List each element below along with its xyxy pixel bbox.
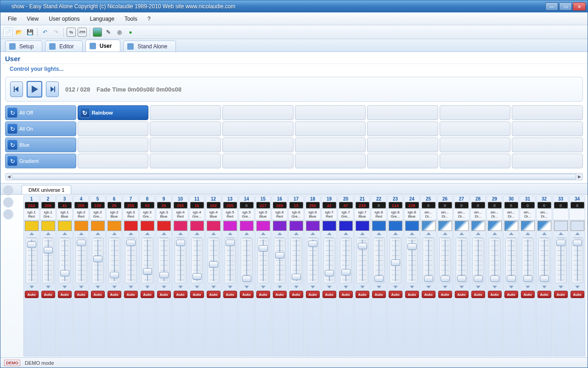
- value-down-icon[interactable]: [46, 286, 51, 288]
- menu-view[interactable]: View: [22, 14, 43, 24]
- menu-file[interactable]: File: [3, 14, 21, 24]
- value-down-icon[interactable]: [509, 286, 514, 288]
- 255-icon[interactable]: 255: [78, 28, 87, 37]
- fader-knob[interactable]: [126, 240, 136, 246]
- color-swatch[interactable]: [74, 221, 88, 231]
- color-swatch[interactable]: [405, 221, 419, 231]
- fader-knob[interactable]: [523, 276, 532, 282]
- value-up-icon[interactable]: [195, 232, 199, 235]
- percent-icon[interactable]: %: [67, 28, 76, 37]
- value-up-icon[interactable]: [178, 232, 183, 235]
- value-down-icon[interactable]: [344, 286, 348, 288]
- scene-empty[interactable]: [367, 138, 438, 152]
- scene-empty[interactable]: [512, 121, 583, 136]
- value-down-icon[interactable]: [443, 286, 447, 288]
- fader-knob[interactable]: [259, 245, 268, 252]
- fader-knob[interactable]: [391, 259, 400, 266]
- auto-button[interactable]: Auto: [223, 291, 237, 298]
- fader[interactable]: [522, 237, 534, 283]
- fader[interactable]: [406, 237, 418, 283]
- fader[interactable]: [538, 237, 550, 283]
- auto-button[interactable]: Auto: [438, 291, 452, 298]
- scene-empty[interactable]: [222, 138, 294, 152]
- color-swatch[interactable]: [41, 221, 55, 231]
- color-swatch[interactable]: [521, 221, 535, 231]
- scene-blue[interactable]: ↻Blue: [5, 138, 76, 152]
- dmx-universe-tab[interactable]: DMX universe 1: [22, 185, 71, 194]
- value-down-icon[interactable]: [542, 286, 547, 288]
- tab-stand-alone[interactable]: Stand Alone: [123, 40, 176, 52]
- value-down-icon[interactable]: [228, 286, 232, 288]
- fader[interactable]: [75, 237, 87, 283]
- value-down-icon[interactable]: [311, 286, 315, 288]
- auto-button[interactable]: Auto: [41, 291, 55, 298]
- fader-knob[interactable]: [242, 276, 251, 282]
- auto-button[interactable]: Auto: [190, 291, 204, 298]
- value-up-icon[interactable]: [79, 232, 84, 235]
- fader-knob[interactable]: [44, 247, 53, 253]
- new-icon[interactable]: 📄: [3, 28, 12, 37]
- fader-knob[interactable]: [60, 270, 69, 276]
- auto-button[interactable]: Auto: [91, 291, 105, 298]
- fader-knob[interactable]: [27, 242, 36, 248]
- fader[interactable]: [141, 237, 153, 283]
- prev-button[interactable]: [10, 81, 23, 97]
- auto-button[interactable]: Auto: [405, 291, 419, 298]
- picture-icon[interactable]: [93, 28, 102, 37]
- color-swatch[interactable]: [124, 221, 138, 231]
- fader[interactable]: [390, 237, 401, 283]
- auto-button[interactable]: Auto: [471, 291, 485, 298]
- color-swatch[interactable]: [322, 221, 336, 231]
- auto-button[interactable]: Auto: [207, 291, 220, 298]
- color-swatch[interactable]: [455, 221, 469, 231]
- fader-knob[interactable]: [292, 274, 301, 280]
- scene-all-off[interactable]: ↻All Off: [5, 105, 76, 120]
- scene-empty[interactable]: [295, 138, 366, 152]
- auto-button[interactable]: Auto: [240, 291, 254, 298]
- menu-tools[interactable]: Tools: [120, 14, 142, 24]
- auto-button[interactable]: Auto: [322, 291, 336, 298]
- fader[interactable]: [108, 237, 120, 283]
- scene-empty[interactable]: [367, 121, 438, 136]
- tab-setup[interactable]: Setup: [5, 40, 42, 52]
- menu-user-options[interactable]: User options: [44, 14, 84, 24]
- color-swatch[interactable]: [504, 221, 518, 231]
- value-up-icon[interactable]: [228, 232, 232, 235]
- scene-gradient[interactable]: ↻Gradient: [5, 154, 76, 168]
- auto-button[interactable]: Auto: [488, 291, 502, 298]
- value-down-icon[interactable]: [476, 286, 481, 288]
- scene-empty[interactable]: [440, 121, 511, 136]
- value-up-icon[interactable]: [129, 232, 133, 235]
- color-swatch[interactable]: [256, 221, 270, 231]
- value-up-icon[interactable]: [29, 232, 34, 235]
- value-up-icon[interactable]: [96, 232, 100, 235]
- value-down-icon[interactable]: [575, 286, 580, 288]
- value-down-icon[interactable]: [492, 286, 497, 288]
- fader-knob[interactable]: [507, 276, 516, 282]
- color-swatch[interactable]: [537, 221, 551, 231]
- fader-knob[interactable]: [474, 276, 483, 282]
- auto-button[interactable]: Auto: [554, 291, 568, 298]
- value-down-icon[interactable]: [360, 286, 365, 288]
- scene-empty[interactable]: [150, 121, 221, 136]
- fader-knob[interactable]: [110, 272, 119, 278]
- value-down-icon[interactable]: [162, 286, 166, 288]
- fader[interactable]: [307, 237, 319, 283]
- target-icon[interactable]: ◎: [115, 28, 124, 37]
- scene-empty[interactable]: [222, 121, 294, 136]
- value-down-icon[interactable]: [559, 286, 563, 288]
- scene-empty[interactable]: [150, 138, 221, 152]
- scroll-right-icon[interactable]: ▶: [576, 173, 582, 180]
- scene-empty[interactable]: [512, 154, 583, 168]
- wand-icon[interactable]: ✎: [104, 28, 113, 37]
- color-swatch[interactable]: [207, 221, 220, 231]
- value-up-icon[interactable]: [443, 232, 447, 235]
- fader[interactable]: [224, 237, 236, 283]
- fader-knob[interactable]: [424, 276, 433, 282]
- value-down-icon[interactable]: [145, 286, 150, 288]
- fader[interactable]: [439, 237, 451, 283]
- value-down-icon[interactable]: [62, 286, 67, 288]
- value-down-icon[interactable]: [277, 286, 282, 288]
- tab-user[interactable]: User: [85, 40, 121, 52]
- auto-button[interactable]: Auto: [422, 291, 435, 298]
